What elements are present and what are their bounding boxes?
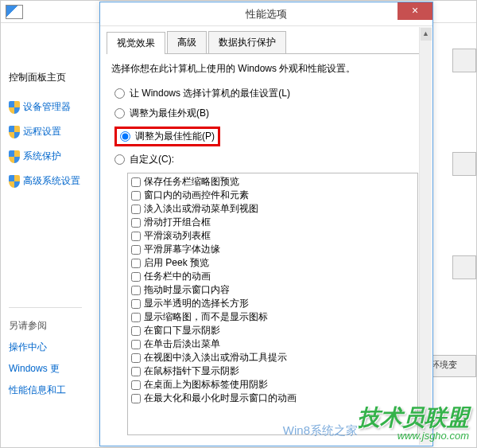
highlight-box: 调整为最佳性能(P) — [114, 127, 220, 146]
check-label: 在桌面上为图标标签使用阴影 — [144, 378, 268, 392]
check-item[interactable]: 启用 Peek 预览 — [131, 256, 414, 270]
check-item[interactable]: 在窗口下显示阴影 — [131, 324, 414, 337]
radio-input[interactable] — [120, 131, 130, 142]
radio-label-best-performance: 调整为最佳性能(P) — [135, 130, 215, 143]
check-item[interactable]: 任务栏中的动画 — [131, 270, 414, 283]
watermark: 技术员联盟 www.jsgho.com — [358, 403, 469, 442]
sidebar-item-remote[interactable]: 远程设置 — [9, 125, 82, 138]
sidebar-item-advanced[interactable]: 高级系统设置 — [9, 174, 82, 188]
sidebar-item-protection[interactable]: 系统保护 — [9, 150, 82, 163]
check-label: 窗口内的动画控件和元素 — [144, 189, 249, 202]
instruction-text: 选择你想在此计算机上使用的 Windows 外观和性能设置。 — [111, 62, 426, 76]
radio-custom[interactable]: 自定义(C): — [114, 153, 426, 166]
check-label: 显示缩略图，而不是显示图标 — [144, 310, 268, 324]
check-item[interactable]: 显示半透明的选择长方形 — [131, 297, 414, 310]
checkbox[interactable] — [131, 394, 141, 403]
radio-label: 调整为最佳外观(B) — [130, 107, 209, 120]
sidebar-link-action-center[interactable]: 操作中心 — [9, 341, 82, 354]
check-label: 启用 Peek 预览 — [144, 256, 209, 270]
checkbox[interactable] — [131, 205, 141, 214]
checkbox[interactable] — [131, 380, 141, 390]
env-vars-button[interactable]: 环境变 — [429, 355, 476, 377]
radio-input[interactable] — [114, 88, 125, 99]
shield-icon — [9, 101, 20, 114]
check-label: 拖动时显示窗口内容 — [144, 283, 230, 297]
checkbox[interactable] — [131, 259, 141, 268]
shield-icon — [9, 175, 20, 188]
check-item[interactable]: 滑动打开组合框 — [131, 216, 414, 229]
sidebar-item-label: 远程设置 — [23, 125, 61, 138]
scroll-up-icon[interactable]: ▲ — [421, 28, 432, 41]
shield-icon — [9, 150, 20, 163]
control-panel-icon — [6, 5, 23, 19]
effects-checklist[interactable]: 保存任务栏缩略图预览 窗口内的动画控件和元素 淡入淡出或滑动菜单到视图 滑动打开… — [127, 173, 418, 435]
dialog-titlebar: 性能选项 × — [100, 2, 432, 26]
check-item[interactable]: 淡入淡出或滑动菜单到视图 — [131, 202, 414, 216]
dialog-body: 视觉效果 高级 数据执行保护 选择你想在此计算机上使用的 Windows 外观和… — [100, 26, 432, 440]
check-item[interactable]: 在桌面上为图标标签使用阴影 — [131, 378, 414, 392]
checkbox[interactable] — [131, 232, 141, 241]
sidebar-item-label: 高级系统设置 — [23, 174, 80, 188]
tab-visual-effects[interactable]: 视觉效果 — [107, 32, 165, 54]
dialog-scrollbar[interactable]: ▲ — [419, 27, 432, 445]
watermark-brand: 技术员联盟 — [358, 405, 469, 430]
radio-input[interactable] — [114, 108, 125, 119]
check-label: 显示半透明的选择长方形 — [144, 297, 249, 310]
check-item[interactable]: 在鼠标指针下显示阴影 — [131, 364, 414, 378]
check-item[interactable]: 显示缩略图，而不是显示图标 — [131, 310, 414, 324]
right-button-2[interactable] — [452, 152, 476, 176]
checkbox[interactable] — [131, 313, 141, 322]
close-button[interactable]: × — [398, 2, 432, 20]
checkbox[interactable] — [131, 177, 141, 187]
checkbox[interactable] — [131, 286, 141, 295]
shield-icon — [9, 126, 20, 138]
checkbox[interactable] — [131, 191, 141, 201]
right-button-3[interactable] — [452, 255, 476, 279]
check-label: 淡入淡出或滑动菜单到视图 — [144, 202, 258, 216]
radio-best-appearance[interactable]: 调整为最佳外观(B) — [114, 107, 426, 120]
tab-advanced[interactable]: 高级 — [167, 31, 207, 53]
watermark-url: www.jsgho.com — [358, 430, 469, 442]
radio-let-windows[interactable]: 让 Windows 选择计算机的最佳设置(L) — [114, 87, 426, 100]
check-label: 在窗口下显示阴影 — [144, 324, 220, 337]
check-label: 在单击后淡出菜单 — [144, 337, 220, 351]
check-item[interactable]: 在视图中淡入淡出或滑动工具提示 — [131, 351, 414, 364]
dialog-title: 性能选项 — [246, 7, 287, 21]
radio-input[interactable] — [114, 154, 125, 165]
watermark-sub: Win8系统之家 — [283, 423, 358, 438]
check-item[interactable]: 在单击后淡出菜单 — [131, 337, 414, 351]
check-item[interactable]: 平滑滚动列表框 — [131, 229, 414, 243]
checkbox[interactable] — [131, 245, 141, 255]
check-label: 平滑屏幕字体边缘 — [144, 243, 220, 256]
sidebar-link-windows-update[interactable]: Windows 更 — [9, 362, 82, 376]
see-also-label: 另请参阅 — [9, 319, 82, 333]
sidebar-link-perf-info[interactable]: 性能信息和工 — [9, 384, 82, 397]
sidebar-item-device-manager[interactable]: 设备管理器 — [9, 100, 82, 114]
performance-options-dialog: 性能选项 × 视觉效果 高级 数据执行保护 选择你想在此计算机上使用的 Wind… — [99, 2, 433, 446]
right-panel — [452, 49, 476, 359]
check-item[interactable]: 平滑屏幕字体边缘 — [131, 243, 414, 256]
check-item[interactable]: 拖动时显示窗口内容 — [131, 283, 414, 297]
tab-bar: 视觉效果 高级 数据执行保护 — [107, 31, 426, 54]
right-button-1[interactable] — [452, 49, 476, 72]
radio-label: 自定义(C): — [130, 153, 174, 166]
sidebar-item-label: 设备管理器 — [23, 100, 71, 114]
checkbox[interactable] — [131, 340, 141, 349]
checkbox[interactable] — [131, 299, 141, 309]
radio-group: 让 Windows 选择计算机的最佳设置(L) 调整为最佳外观(B) 调整为最佳… — [114, 87, 426, 166]
separator — [9, 307, 82, 308]
check-label: 任务栏中的动画 — [144, 270, 211, 283]
tab-dep[interactable]: 数据执行保护 — [208, 31, 286, 53]
sidebar: 控制面板主页 设备管理器 远程设置 系统保护 高级系统设置 另请参阅 操作中心 … — [1, 23, 88, 411]
check-item[interactable]: 窗口内的动画控件和元素 — [131, 189, 414, 202]
check-label: 滑动打开组合框 — [144, 216, 211, 229]
check-label: 在视图中淡入淡出或滑动工具提示 — [144, 351, 287, 364]
checkbox[interactable] — [131, 272, 141, 282]
checkbox[interactable] — [131, 353, 141, 363]
check-label: 在鼠标指针下显示阴影 — [144, 364, 239, 378]
checkbox[interactable] — [131, 367, 141, 376]
checkbox[interactable] — [131, 326, 141, 336]
checkbox[interactable] — [131, 218, 141, 228]
sidebar-title: 控制面板主页 — [9, 71, 82, 84]
check-item[interactable]: 保存任务栏缩略图预览 — [131, 175, 414, 189]
